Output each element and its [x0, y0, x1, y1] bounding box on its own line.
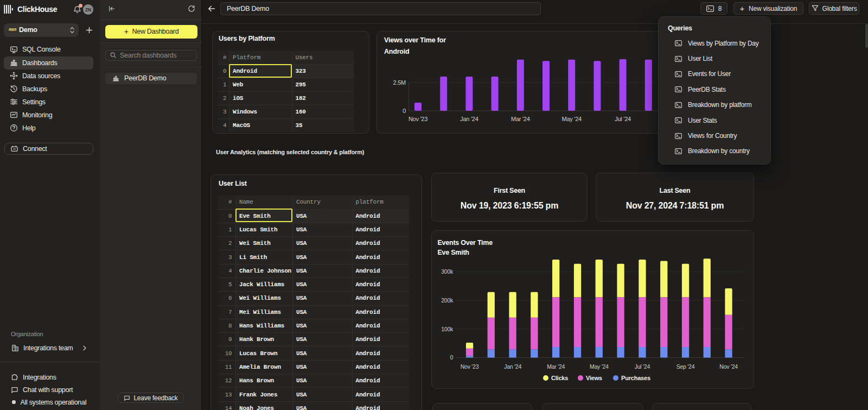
svg-text:Views: Views	[586, 375, 602, 381]
svg-text:May '24: May '24	[561, 116, 582, 122]
svg-text:Nov '24: Nov '24	[719, 363, 738, 370]
svg-text:Nov '23: Nov '23	[461, 363, 479, 370]
svg-text:2.5M: 2.5M	[393, 79, 406, 86]
svg-text:300k: 300k	[441, 268, 454, 275]
svg-text:Jul '24: Jul '24	[635, 363, 650, 370]
svg-text:0: 0	[450, 354, 453, 361]
svg-text:Mar '24: Mar '24	[547, 363, 565, 370]
svg-text:Sep '24: Sep '24	[676, 363, 695, 370]
svg-text:Jan '24: Jan '24	[460, 116, 478, 122]
svg-text:200k: 200k	[441, 297, 454, 304]
svg-text:Nov '23: Nov '23	[409, 116, 427, 122]
svg-text:100k: 100k	[441, 326, 454, 332]
svg-text:Jan '24: Jan '24	[504, 363, 521, 370]
svg-text:Mar '24: Mar '24	[511, 116, 530, 122]
svg-text:Jul '24: Jul '24	[615, 116, 631, 122]
svg-text:Purchases: Purchases	[621, 375, 650, 381]
svg-text:May '24: May '24	[590, 363, 609, 370]
svg-text:0: 0	[403, 108, 406, 114]
svg-text:Clicks: Clicks	[551, 375, 568, 381]
